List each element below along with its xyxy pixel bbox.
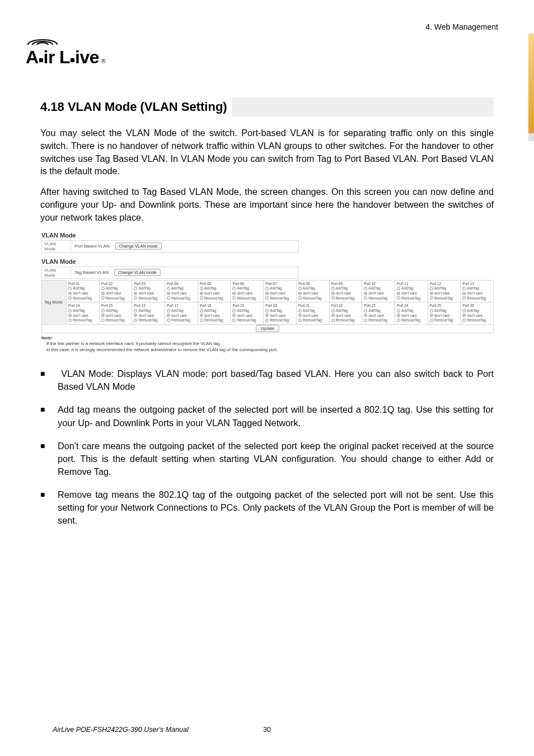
- port-cell: Port 08AddTagdon't careRemoveTag: [296, 280, 329, 302]
- bullet-text-4: Remove tag means the 802.1Q tag of the o…: [58, 488, 494, 527]
- port-cell: Port 09AddTagdon't careRemoveTag: [329, 280, 362, 302]
- page-accent: [528, 34, 534, 134]
- bullet-text-1: VLAN Mode: Displays VLAN mode: port base…: [58, 367, 494, 393]
- vlan-mode-label-2: VLAN Mode: [42, 267, 71, 279]
- port-cell: Port 04AddTagdon't careRemoveTag: [165, 280, 198, 302]
- port-cell: Port 25AddTagdon't careRemoveTag: [428, 302, 461, 325]
- page-accent-shadow: [528, 133, 534, 141]
- port-cell: Port 21AddTagdon't careRemoveTag: [296, 302, 329, 325]
- port-cell: Port 13AddTagdon't careRemoveTag: [461, 280, 494, 302]
- brand-logo: A ir L ive ®: [26, 31, 105, 68]
- port-cell: Port 19AddTagdon't careRemoveTag: [231, 302, 264, 325]
- port-cell: Port 06AddTagdon't careRemoveTag: [231, 280, 264, 302]
- port-cell: Port 01AddTagdon't careRemoveTag: [67, 280, 100, 302]
- port-cell: Port 03AddTagdon't careRemoveTag: [132, 280, 165, 302]
- wifi-arcs-icon: [26, 31, 59, 47]
- tag-mode-side-label: Tag Mode: [42, 280, 67, 324]
- bullet-square-icon: ■: [40, 403, 48, 429]
- port-cell: Port 16AddTagdon't careRemoveTag: [132, 302, 165, 325]
- panel1-title: VLAN Mode: [41, 232, 494, 239]
- port-cell: Port 18AddTagdon't careRemoveTag: [198, 302, 231, 325]
- vlan-mode-value-tagbased: Tag Based VLAN: [71, 270, 112, 275]
- port-cell: Port 17AddTagdon't careRemoveTag: [165, 302, 198, 325]
- logo-text-ir: ir: [44, 47, 55, 68]
- change-vlan-mode-button-2[interactable]: Change VLAN mode: [114, 269, 161, 276]
- paragraph-2: After having switched to Tag Based VLAN …: [40, 185, 494, 223]
- paragraph-1: You may select the VLAN Mode of the swit…: [40, 127, 494, 178]
- vlan-mode-value-portbased: Port Based VLAN: [71, 244, 113, 249]
- registered-icon: ®: [101, 58, 105, 64]
- port-cell: Port 02AddTagdon't careRemoveTag: [99, 280, 132, 302]
- list-item: ■ VLAN Mode: Displays VLAN mode: port ba…: [40, 367, 494, 393]
- vlan-mode-label: VLAN Mode: [42, 240, 71, 253]
- note-block: Note: If the link partner is a network i…: [41, 335, 494, 353]
- screenshot-vlan-mode: VLAN Mode VLAN Mode Port Based VLAN Chan…: [41, 232, 494, 353]
- port-cell: Port 23AddTagdon't careRemoveTag: [362, 302, 395, 325]
- list-item: ■ Remove tag means the 802.1Q tag of the…: [40, 488, 494, 527]
- logo-text-l: L: [59, 47, 70, 68]
- port-cell: Port 12AddTagdon't careRemoveTag: [428, 280, 461, 302]
- bullet-square-icon: ■: [40, 488, 48, 527]
- port-cell: Port 26AddTagdon't careRemoveTag: [461, 302, 494, 325]
- port-cell: Port 20AddTagdon't careRemoveTag: [264, 302, 297, 325]
- footer-manual-title: AirLive POE-FSH2422G-390 User's Manual: [53, 726, 189, 734]
- bullet-square-icon: ■: [40, 367, 48, 393]
- port-cell: Port 24AddTagdon't careRemoveTag: [395, 302, 428, 325]
- port-cell: Port 15AddTagdon't careRemoveTag: [99, 302, 132, 325]
- port-cell: Port 05AddTagdon't careRemoveTag: [198, 280, 231, 302]
- footer-page-number: 30: [263, 726, 270, 734]
- bullet-text-3: Don't care means the outgoing packet of …: [58, 440, 494, 478]
- port-cell: Port 11AddTagdon't careRemoveTag: [395, 280, 428, 302]
- port-cell: Port 10AddTagdon't careRemoveTag: [362, 280, 395, 302]
- port-cell: Port 14AddTagdon't careRemoveTag: [67, 302, 100, 325]
- bullet-list: ■ VLAN Mode: Displays VLAN mode: port ba…: [40, 367, 494, 527]
- logo-dot-2: [71, 58, 74, 62]
- section-title: 4.18 VLAN Mode (VLAN Setting): [40, 97, 232, 116]
- section-title-bar: 4.18 VLAN Mode (VLAN Setting): [40, 97, 494, 116]
- bullet-text-2: Add tag means the outgoing packet of the…: [58, 403, 494, 429]
- port-cell: Port 07AddTagdon't careRemoveTag: [264, 280, 297, 302]
- update-button[interactable]: Update: [256, 325, 279, 332]
- list-item: ■ Add tag means the outgoing packet of t…: [40, 403, 494, 429]
- chapter-header: 4. Web Management: [425, 22, 498, 31]
- list-item: ■ Don't care means the outgoing packet o…: [40, 440, 494, 478]
- panel2-title: VLAN Mode: [41, 258, 494, 265]
- logo-text-a: A: [26, 47, 39, 68]
- change-vlan-mode-button[interactable]: Change VLAN mode: [115, 242, 162, 250]
- port-cell: Port 22AddTagdon't careRemoveTag: [329, 302, 362, 325]
- bullet-square-icon: ■: [40, 440, 48, 478]
- tag-mode-table: Tag Mode Port 01AddTagdon't careRemoveTa…: [41, 280, 494, 333]
- logo-text-ive: ive: [75, 47, 99, 68]
- logo-dot-1: [39, 58, 43, 62]
